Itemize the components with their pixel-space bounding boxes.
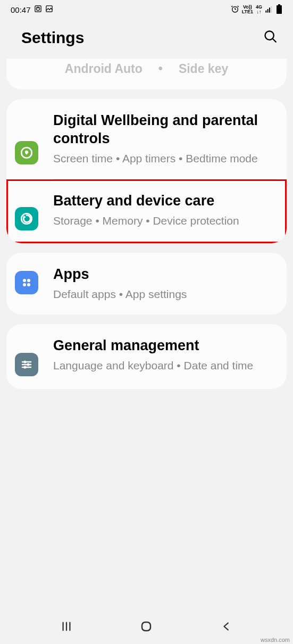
nav-home-button[interactable] [136,620,157,633]
svg-point-24 [24,360,27,363]
svg-point-20 [27,279,30,282]
svg-point-19 [23,279,26,282]
svg-point-22 [27,283,30,286]
item-title: Digital Wellbeing and parental controls [53,112,276,148]
alarm-icon [231,5,239,15]
status-bar: 00:47 Vo)) LTE1 4G ↓↑ [0,0,293,19]
svg-line-7 [231,6,232,7]
item-title: Battery and device care [53,192,276,210]
item-subtitle: Storage • Memory • Device protection [53,213,276,228]
nav-back-button[interactable] [216,621,237,632]
svg-point-28 [24,366,27,368]
card-general: General management Language and keyboard… [6,324,287,389]
item-title: Apps [53,266,276,284]
volte-indicator: Vo)) LTE1 [242,5,253,14]
signal-icon [265,5,273,15]
item-title: General management [53,337,276,355]
wellbeing-icon [15,141,38,164]
svg-rect-9 [265,10,266,12]
svg-line-8 [237,6,238,7]
status-left: 00:47 [11,5,53,14]
settings-item-general-management[interactable]: General management Language and keyboard… [6,324,287,389]
svg-point-15 [265,31,274,40]
settings-list: Android Auto • Side key Digital Wellbein… [0,59,293,389]
image-icon [45,5,53,14]
settings-item-apps[interactable]: Apps Default apps • App settings [6,253,287,315]
battery-icon [276,4,282,15]
card-advanced-partial: Android Auto • Side key [6,59,287,89]
item-subtitle: Screen time • App timers • Bedtime mode [53,151,276,166]
card-apps: Apps Default apps • App settings [6,253,287,315]
svg-line-16 [273,39,277,43]
item-subtitle: Default apps • App settings [53,287,276,302]
partial-row[interactable]: Android Auto • Side key [6,59,287,79]
settings-item-digital-wellbeing[interactable]: Digital Wellbeing and parental controls … [6,99,287,179]
general-management-icon [15,353,38,376]
svg-point-26 [27,363,30,366]
row-text: Digital Wellbeing and parental controls … [53,112,276,166]
svg-rect-13 [278,4,280,5]
item-subtitle: Language and keyboard • Date and time [53,358,276,373]
status-time: 00:47 [11,5,31,14]
partial-dot: • [158,62,163,76]
row-text: Apps Default apps • App settings [53,266,276,302]
watermark: wsxdn.com [261,637,290,643]
navigation-bar [0,612,293,641]
row-text: Battery and device care Storage • Memory… [53,192,276,228]
page-title: Settings [21,29,84,47]
apps-icon [15,271,38,294]
partial-right-label: Side key [179,62,228,76]
svg-rect-14 [277,5,282,14]
svg-rect-10 [267,9,269,13]
nav-recents-button[interactable] [56,621,77,632]
status-right: Vo)) LTE1 4G ↓↑ [231,4,282,15]
network-indicator: 4G ↓↑ [256,5,262,14]
device-care-icon [15,207,38,230]
clock-icon [34,5,42,14]
svg-rect-12 [271,6,272,12]
card-wellbeing-device: Digital Wellbeing and parental controls … [6,99,287,243]
search-button[interactable] [263,29,278,46]
svg-rect-32 [142,622,150,631]
app-header: Settings [0,19,293,59]
svg-rect-11 [269,7,270,12]
svg-point-21 [23,283,26,286]
row-text: General management Language and keyboard… [53,337,276,373]
settings-item-battery-device-care[interactable]: Battery and device care Storage • Memory… [6,179,287,243]
partial-left-label: Android Auto [65,62,143,76]
